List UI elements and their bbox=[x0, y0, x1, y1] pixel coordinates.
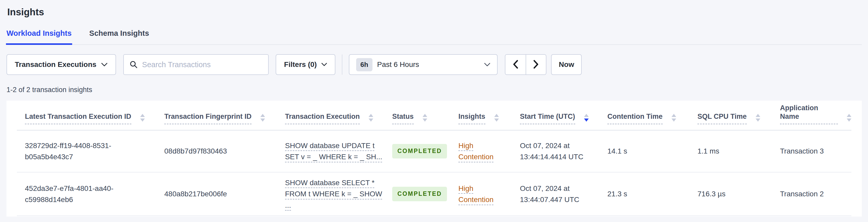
time-range-label: Past 6 Hours bbox=[377, 60, 419, 69]
tab-workload-insights[interactable]: Workload Insights bbox=[6, 29, 72, 45]
column-header-contention-time[interactable]: Contention Time bbox=[608, 112, 698, 124]
time-range-picker[interactable]: 6h Past 6 Hours bbox=[349, 54, 498, 75]
column-header-start-time[interactable]: Start Time (UTC) bbox=[520, 112, 608, 124]
insights-table: Latest Transaction Execution ID Transact… bbox=[6, 101, 862, 217]
time-range-badge: 6h bbox=[356, 58, 372, 71]
sql-cpu-time: 716.3 µs bbox=[698, 188, 780, 199]
transaction-execution-link[interactable]: SHOW database UPDATE t SET v = _ WHERE k… bbox=[285, 140, 382, 163]
column-header-insights[interactable]: Insights bbox=[458, 112, 520, 124]
status-badge: COMPLETED bbox=[392, 187, 447, 201]
sort-icon[interactable] bbox=[672, 114, 676, 122]
page-title: Insights bbox=[7, 7, 868, 18]
application-name: Transaction 3 bbox=[780, 146, 851, 157]
latest-execution-id: 328729d2-ff19-4408-8531- b05a5b4e43c7 bbox=[17, 140, 164, 163]
sql-cpu-time: 1.1 ms bbox=[698, 146, 780, 157]
chevron-down-icon bbox=[484, 63, 490, 67]
fingerprint-id: 480a8b217be006fe bbox=[164, 188, 285, 199]
chevron-right-icon bbox=[533, 60, 539, 69]
filters-label: Filters (0) bbox=[284, 60, 317, 69]
sort-icon[interactable] bbox=[494, 114, 499, 122]
table-row: 452da3e7-e7fa-4801-aa40- c59988d14eb6 48… bbox=[17, 172, 851, 216]
insights-page: Insights Workload Insights Schema Insigh… bbox=[0, 0, 868, 217]
sort-icon[interactable] bbox=[847, 114, 851, 122]
execution-type-label: Transaction Executions bbox=[15, 60, 96, 69]
latest-execution-id: 452da3e7-e7fa-4801-aa40- c59988d14eb6 bbox=[17, 183, 164, 205]
column-header-status[interactable]: Status bbox=[392, 112, 458, 124]
chevron-left-icon bbox=[513, 60, 518, 69]
table-row: 328729d2-ff19-4408-8531- b05a5b4e43c7 08… bbox=[17, 130, 851, 172]
search-box bbox=[123, 54, 269, 75]
sort-icon[interactable] bbox=[423, 114, 427, 122]
table-header-row: Latest Transaction Execution ID Transact… bbox=[17, 101, 851, 130]
now-button[interactable]: Now bbox=[551, 54, 582, 75]
toolbar-divider bbox=[342, 55, 342, 75]
start-time: Oct 07, 2024 at 13:44:14.4414 UTC bbox=[520, 140, 608, 163]
toolbar: Transaction Executions Filters (0) 6h Pa… bbox=[6, 54, 868, 75]
column-header-sql-cpu-time[interactable]: SQL CPU Time bbox=[698, 112, 780, 124]
status-badge: COMPLETED bbox=[392, 144, 447, 158]
time-next-button[interactable] bbox=[526, 55, 546, 74]
time-prev-button[interactable] bbox=[505, 55, 526, 74]
start-time: Oct 07, 2024 at 13:44:07.447 UTC bbox=[520, 183, 608, 205]
fingerprint-id: 08d8b7d97f830463 bbox=[164, 146, 285, 157]
results-count: 1-2 of 2 transaction insights bbox=[6, 86, 868, 94]
tab-bar: Workload Insights Schema Insights bbox=[6, 29, 862, 45]
column-header-latest-execution-id[interactable]: Latest Transaction Execution ID bbox=[17, 112, 164, 124]
sort-icon[interactable] bbox=[260, 114, 265, 122]
sort-icon[interactable] bbox=[755, 114, 760, 122]
search-icon bbox=[129, 60, 138, 69]
execution-type-dropdown[interactable]: Transaction Executions bbox=[6, 54, 116, 75]
column-header-fingerprint-id[interactable]: Transaction Fingerprint ID bbox=[164, 112, 285, 124]
application-name: Transaction 2 bbox=[780, 188, 851, 199]
time-step-buttons bbox=[505, 54, 547, 75]
transaction-execution-link[interactable]: SHOW database SELECT * FROM t WHERE k = … bbox=[285, 177, 382, 211]
filters-button[interactable]: Filters (0) bbox=[276, 54, 335, 75]
sort-icon[interactable] bbox=[140, 114, 145, 122]
sort-icon-active-desc[interactable] bbox=[584, 114, 589, 122]
tab-schema-insights[interactable]: Schema Insights bbox=[89, 29, 150, 45]
contention-time: 14.1 s bbox=[608, 146, 698, 157]
search-input[interactable] bbox=[142, 60, 262, 69]
insight-link-high-contention[interactable]: High Contention bbox=[458, 183, 493, 205]
column-header-transaction-execution[interactable]: Transaction Execution bbox=[285, 112, 392, 124]
sort-icon[interactable] bbox=[369, 114, 373, 122]
chevron-down-icon bbox=[321, 63, 327, 66]
column-header-application-name[interactable]: Application Name bbox=[780, 104, 851, 124]
chevron-down-icon bbox=[101, 63, 108, 67]
insight-link-high-contention[interactable]: High Contention bbox=[458, 140, 493, 163]
contention-time: 21.3 s bbox=[608, 188, 698, 199]
